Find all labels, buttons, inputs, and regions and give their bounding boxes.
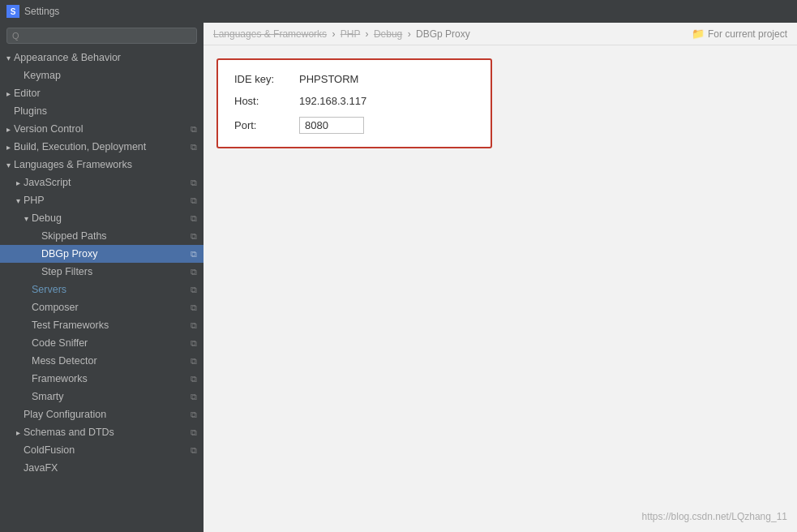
copy-icon: ⧉ [191,356,197,367]
nav-label: Plugins [14,105,197,117]
copy-icon: ⧉ [191,195,197,206]
sidebar-item-languages-frameworks[interactable]: ▾Languages & Frameworks [0,156,204,174]
expand-arrow: ▾ [6,54,11,62]
search-input[interactable] [23,30,191,41]
copy-icon: ⧉ [191,445,197,456]
sidebar-item-schemas-dtds[interactable]: ▸Schemas and DTDs⧉ [0,423,204,441]
nav-label: Editor [14,88,197,99]
sidebar-item-build-execution[interactable]: ▸Build, Execution, Deployment⧉ [0,138,204,156]
host-row: Host: 192.168.3.117 [234,95,474,107]
title-bar-text: Settings [24,6,59,17]
sidebar-item-editor[interactable]: ▸Editor [0,84,204,102]
port-input[interactable] [299,117,364,134]
sidebar-item-composer[interactable]: ▸Composer⧉ [0,298,204,316]
nav-label: Appearance & Behavior [14,52,197,63]
expand-arrow: ▸ [6,89,11,98]
sidebar-item-javafx[interactable]: ▸JavaFX [0,459,204,477]
copy-icon: ⧉ [191,178,197,188]
breadcrumb-arrow-3: › [408,28,413,40]
sidebar-item-dbgp-proxy[interactable]: ▸DBGp Proxy⧉ [0,245,204,263]
copy-icon: ⧉ [191,410,197,420]
nav-label: JavaFX [24,462,197,474]
nav-label: JavaScript [24,177,191,188]
expand-arrow: ▾ [6,161,11,169]
search-icon: Q [12,31,19,41]
nav-label: Skipped Paths [41,230,191,242]
breadcrumb-bar: Languages & Frameworks › PHP › Debug › D… [204,23,797,45]
ide-key-row: IDE key: PHPSTORM [234,73,474,85]
nav-label: Composer [32,302,191,313]
copy-icon: ⧉ [191,142,197,152]
sidebar-item-php[interactable]: ▾PHP⧉ [0,191,204,209]
copy-icon: ⧉ [191,338,197,349]
sidebar-item-frameworks[interactable]: ▸Frameworks⧉ [0,370,204,388]
project-icon: 📁 [692,28,705,40]
port-label: Port: [234,119,299,131]
breadcrumb-part-2: PHP [341,28,360,40]
sidebar-item-javascript[interactable]: ▸JavaScript⧉ [0,174,204,191]
nav-list: ▾Appearance & Behavior▸Keymap▸Editor▸Plu… [0,49,204,477]
breadcrumb-current: DBGp Proxy [416,28,470,40]
sidebar-item-plugins[interactable]: ▸Plugins [0,102,204,120]
copy-icon: ⧉ [191,231,197,242]
sidebar-item-step-filters[interactable]: ▸Step Filters⧉ [0,263,204,281]
expand-arrow: ▸ [6,125,11,134]
sidebar-item-version-control[interactable]: ▸Version Control⧉ [0,120,204,138]
copy-icon: ⧉ [191,124,197,135]
expand-arrow: ▸ [6,143,11,152]
nav-label: Debug [32,212,191,224]
app-icon: S [6,5,19,18]
copy-icon: ⧉ [191,249,197,260]
breadcrumb: Languages & Frameworks › PHP › Debug › D… [213,28,470,40]
dbgp-proxy-form: IDE key: PHPSTORM Host: 192.168.3.117 Po… [216,58,492,148]
host-label: Host: [234,95,299,107]
expand-arrow: ▾ [16,196,20,205]
copy-icon: ⧉ [191,213,197,224]
sidebar-item-appearance-behavior[interactable]: ▾Appearance & Behavior [0,49,204,66]
nav-label: Languages & Frameworks [14,159,197,170]
breadcrumb-arrow-2: › [366,28,371,40]
port-row: Port: [234,117,474,134]
expand-arrow: ▸ [16,428,20,437]
sidebar-item-keymap[interactable]: ▸Keymap [0,66,204,84]
sidebar-item-coldfusion[interactable]: ▸ColdFusion⧉ [0,441,204,459]
expand-arrow: ▸ [16,178,20,187]
nav-label: Frameworks [32,373,191,384]
nav-label: Test Frameworks [32,320,191,331]
sidebar-item-debug[interactable]: ▾Debug⧉ [0,209,204,227]
sidebar-item-skipped-paths[interactable]: ▸Skipped Paths⧉ [0,227,204,245]
search-box[interactable]: Q [6,28,197,44]
sidebar-item-servers[interactable]: ▸Servers⧉ [0,281,204,298]
copy-icon: ⧉ [191,302,197,313]
for-current-project-label: For current project [708,28,787,40]
main-container: Q ▾Appearance & Behavior▸Keymap▸Editor▸P… [0,23,797,532]
nav-label: Schemas and DTDs [24,427,191,438]
nav-label: Mess Detector [32,355,191,367]
sidebar-item-test-frameworks[interactable]: ▸Test Frameworks⧉ [0,316,204,334]
sidebar-item-play-configuration[interactable]: ▸Play Configuration⧉ [0,405,204,423]
nav-label: Servers [32,284,191,295]
nav-label: DBGp Proxy [41,248,191,260]
nav-label: Version Control [14,123,191,135]
ide-key-label: IDE key: [234,73,299,85]
sidebar: Q ▾Appearance & Behavior▸Keymap▸Editor▸P… [0,23,204,532]
panel-content: IDE key: PHPSTORM Host: 192.168.3.117 Po… [204,45,797,532]
copy-icon: ⧉ [191,267,197,277]
nav-label: Code Sniffer [32,337,191,349]
nav-label: ColdFusion [24,444,191,456]
nav-label: Keymap [24,70,197,81]
title-bar: S Settings [0,0,797,23]
nav-label: PHP [24,195,191,206]
nav-label: Build, Execution, Deployment [14,141,191,152]
copy-icon: ⧉ [191,392,197,402]
sidebar-item-code-sniffer[interactable]: ▸Code Sniffer⧉ [0,334,204,352]
sidebar-item-smarty[interactable]: ▸Smarty⧉ [0,388,204,405]
nav-label: Step Filters [41,266,191,277]
breadcrumb-arrow-1: › [332,28,337,40]
nav-label: Play Configuration [24,409,191,420]
copy-icon: ⧉ [191,427,197,438]
for-current-project[interactable]: 📁 For current project [692,28,787,40]
expand-arrow: ▾ [24,214,28,223]
ide-key-value: PHPSTORM [299,73,358,85]
sidebar-item-mess-detector[interactable]: ▸Mess Detector⧉ [0,352,204,370]
